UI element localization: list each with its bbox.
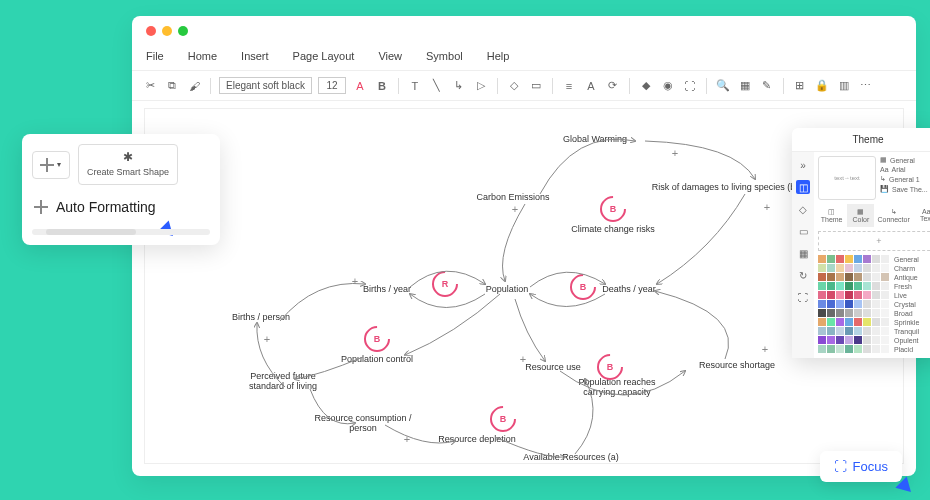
pointer-icon[interactable]: ▷ (473, 78, 489, 94)
auto-layout-button[interactable]: ▾ (32, 151, 70, 179)
swatch[interactable] (854, 327, 862, 335)
swatch[interactable] (863, 300, 871, 308)
swatch[interactable] (845, 291, 853, 299)
swatch[interactable] (854, 318, 862, 326)
swatch[interactable] (881, 336, 889, 344)
swatch[interactable] (836, 291, 844, 299)
swatch[interactable] (818, 309, 826, 317)
swatch[interactable] (827, 336, 835, 344)
theme-preview[interactable]: text→text (818, 156, 876, 200)
swatch-row[interactable]: Tranquil (818, 327, 930, 335)
swatch[interactable] (818, 318, 826, 326)
swatch[interactable] (881, 309, 889, 317)
menu-home[interactable]: Home (188, 50, 217, 62)
menu-symbol[interactable]: Symbol (426, 50, 463, 62)
swatch[interactable] (863, 309, 871, 317)
swatch[interactable] (836, 345, 844, 353)
font-select[interactable]: Elegant soft black (219, 77, 312, 94)
cut-icon[interactable]: ✂ (142, 78, 158, 94)
search-icon[interactable]: 🔍 (715, 78, 731, 94)
node-births-person[interactable]: Births / person (232, 312, 290, 322)
swatch-row[interactable]: Broad (818, 309, 930, 317)
menu-insert[interactable]: Insert (241, 50, 269, 62)
swatch-row[interactable]: Crystal (818, 300, 930, 308)
swatch[interactable] (818, 282, 826, 290)
theme-opt-general[interactable]: ▦General (880, 156, 930, 164)
minimize-icon[interactable] (162, 26, 172, 36)
swatch[interactable] (872, 336, 880, 344)
theme-nav-grid[interactable]: ▦ (796, 246, 810, 260)
tab-text[interactable]: AaText (913, 204, 930, 227)
swatch[interactable] (881, 264, 889, 272)
font-size-select[interactable]: 12 (318, 77, 346, 94)
theme-nav-layers[interactable]: ◇ (796, 202, 810, 216)
swatch[interactable] (863, 336, 871, 344)
font-color-icon[interactable]: A (352, 78, 368, 94)
crop-icon[interactable]: ⛶ (682, 78, 698, 94)
node-perceived[interactable]: Perceived future standard of living (233, 371, 333, 391)
swatch[interactable] (881, 300, 889, 308)
focus-button[interactable]: ⛶ Focus (820, 451, 902, 482)
node-pop-control[interactable]: Population control (341, 354, 413, 364)
swatch[interactable] (845, 318, 853, 326)
swatch[interactable] (818, 336, 826, 344)
swatch[interactable] (836, 309, 844, 317)
swatch[interactable] (818, 264, 826, 272)
theme-nav-history[interactable]: ↻ (796, 268, 810, 282)
pencil-icon[interactable]: ✎ (759, 78, 775, 94)
swatch-row[interactable]: Placid (818, 345, 930, 353)
node-resource-shortage[interactable]: Resource shortage (699, 360, 775, 370)
swatch[interactable] (863, 291, 871, 299)
swatch[interactable] (881, 282, 889, 290)
node-climate-risks[interactable]: Climate change risks (571, 224, 655, 234)
swatch[interactable] (881, 327, 889, 335)
swatch-row[interactable]: Opulent (818, 336, 930, 344)
slider[interactable] (32, 229, 210, 235)
node-global-warming[interactable]: Global Warming (563, 134, 627, 144)
swatch[interactable] (854, 336, 862, 344)
swatch[interactable] (854, 291, 862, 299)
swatch-row[interactable]: Antique (818, 273, 930, 281)
maximize-icon[interactable] (178, 26, 188, 36)
swatch[interactable] (827, 345, 835, 353)
swatch[interactable] (836, 255, 844, 263)
add-theme-button[interactable]: + (818, 231, 930, 251)
node-risk[interactable]: Risk of damages to living species (b) (652, 182, 799, 192)
menu-help[interactable]: Help (487, 50, 510, 62)
fill-icon[interactable]: ◆ (638, 78, 654, 94)
node-population[interactable]: Population (486, 284, 529, 294)
auto-formatting-button[interactable]: Auto Formatting (32, 195, 210, 219)
menu-view[interactable]: View (378, 50, 402, 62)
swatch[interactable] (836, 264, 844, 272)
swatch[interactable] (872, 327, 880, 335)
swatch[interactable] (854, 282, 862, 290)
theme-opt-arial[interactable]: AaArial (880, 166, 930, 173)
swatch[interactable] (863, 264, 871, 272)
node-births-year[interactable]: Births / year (363, 284, 411, 294)
swatch[interactable] (836, 318, 844, 326)
more-icon[interactable]: ⋯ (858, 78, 874, 94)
layout-icon[interactable]: ▥ (836, 78, 852, 94)
swatch[interactable] (872, 300, 880, 308)
node-deaths-year[interactable]: Deaths / year (602, 284, 656, 294)
swatch[interactable] (845, 255, 853, 263)
swatch[interactable] (881, 291, 889, 299)
tab-color[interactable]: ▦Color (847, 204, 874, 227)
align-icon[interactable]: ≡ (561, 78, 577, 94)
swatch[interactable] (863, 345, 871, 353)
swatch[interactable] (881, 345, 889, 353)
swatch[interactable] (881, 273, 889, 281)
swatch[interactable] (836, 327, 844, 335)
swatch[interactable] (845, 273, 853, 281)
theme-nav-page[interactable]: ▭ (796, 224, 810, 238)
swatch[interactable] (863, 282, 871, 290)
swatch[interactable] (845, 264, 853, 272)
swatch[interactable] (836, 300, 844, 308)
canvas[interactable]: Global Warming Carbon Emissions Risk of … (144, 108, 904, 464)
node-pop-capacity[interactable]: Population reaches carrying capacity (567, 377, 667, 397)
swatch[interactable] (845, 309, 853, 317)
swatch[interactable] (818, 291, 826, 299)
node-resource-cons[interactable]: Resource consumption / person (313, 413, 413, 433)
format-painter-icon[interactable]: 🖌 (186, 78, 202, 94)
create-smart-shape-button[interactable]: ✱Create Smart Shape (78, 144, 178, 185)
